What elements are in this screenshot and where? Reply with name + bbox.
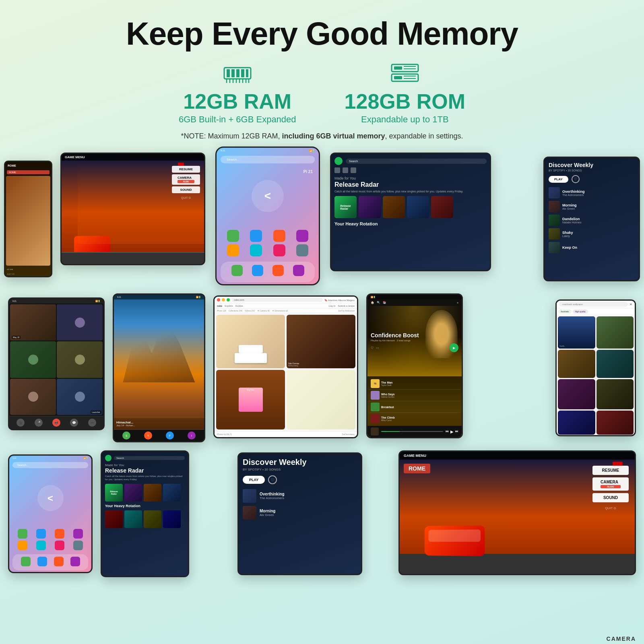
ram-icon (223, 64, 252, 87)
specs-row: 12GB RAM 6GB Built-in + 6GB Expanded 128… (32, 64, 612, 125)
track-1-artist: The Astronomers (562, 194, 585, 196)
track-3-title: Dandelion (562, 217, 581, 221)
rom-value: 128GB ROM (345, 91, 466, 112)
android-tablet: 9:21 📶🔋 Search... < Pi 21 (215, 147, 320, 285)
video-call-screen: 9:21📶🔋 May 18 (9, 299, 103, 429)
svg-rect-2 (231, 69, 235, 77)
game2-screen: GAME MENU ROME (400, 452, 635, 574)
track-4-artist: Lately (562, 235, 573, 237)
rom-icon (391, 64, 419, 87)
heart-button[interactable]: ♡ (572, 175, 580, 183)
svg-rect-3 (236, 69, 239, 77)
spotify-radar-tablet: Search Made for You Release Radar Catch … (330, 153, 491, 271)
rom-spec: 128GB ROM Expandable up to 1TB (345, 64, 466, 125)
track-5-title: Keep On (562, 246, 577, 250)
svg-rect-5 (246, 69, 248, 77)
bottom-tablet-row: 9:21📶🔋 Search... < (8, 450, 636, 579)
middle-tablet-row: 9:21📶🔋 May 18 (8, 293, 636, 442)
page-title: Keep Every Good Memory (32, 16, 612, 52)
video-call-tablet: 9:21📶🔋 May 18 (8, 297, 105, 430)
cb-artist-1: Taylor Swift (381, 384, 458, 386)
game2-sound[interactable]: SOUND (592, 493, 629, 502)
track-2-title: Morning (562, 203, 577, 207)
camera-sublabel: SLIDE (178, 180, 194, 183)
camera-label: CAMERA (607, 636, 636, 642)
android-screen: 9:21 📶🔋 Search... < Pi 21 (217, 148, 319, 284)
cb-artist-4: Miley Cyrus (381, 419, 458, 421)
svg-rect-4 (241, 69, 244, 77)
android2-screen: 9:21📶🔋 Search... < (9, 456, 91, 572)
landscape-tablet: 9:21📶🔋 Himachal... July 14 · Rohan... S … (113, 293, 205, 442)
note-text: *NOTE: Maximum 12GB RAM, including 6GB v… (32, 132, 612, 140)
ecommerce-screen: cake.com 🔖 Attention Albums Magnin cake … (215, 297, 357, 437)
spotify-discover-screen: Discover Weekly BY SPOTIFY • 30 SONGS PL… (545, 158, 639, 280)
cb-track-2: Who Says (381, 393, 458, 396)
game-screen: GAME MENU RESUME CAMERA SLIDE SOUND QUIT… (62, 154, 204, 264)
ram-spec: 12GB RAM 6GB Built-in + 6GB Expanded (179, 64, 296, 125)
movie-tablet: ROME ROME ed one JULY 21 (4, 161, 52, 277)
cb-track-4: The Climb (381, 416, 458, 419)
cb-artist-2: Selena Gomez (381, 396, 458, 398)
game2-resume[interactable]: RESUME (592, 466, 629, 475)
track-1-title: Overthinking (562, 190, 585, 194)
header-section: Keep Every Good Memory (0, 0, 644, 149)
discover2-screen: Discover Weekly BY SPOTIFY • 30 SONGS PL… (239, 454, 361, 574)
track-2-artist: Alx Green (562, 207, 577, 210)
discover2-play-button[interactable]: PLAY (243, 476, 265, 484)
discover2-heart-button[interactable]: ♡ (268, 475, 277, 484)
movie-screen: ROME ROME ed one JULY 21 (5, 162, 51, 276)
ram-sub: 6GB Built-in + 6GB Expanded (179, 114, 296, 125)
discover2-tablet: Discover Weekly BY SPOTIFY • 30 SONGS PL… (237, 452, 362, 575)
spotify2-screen: Search Made for You Release Radar Catch … (102, 452, 188, 576)
game2-tablet: GAME MENU ROME (398, 450, 636, 575)
track-list: Overthinking The Astronomers Morning Alx… (549, 187, 635, 253)
ram-value: 12GB RAM (183, 91, 291, 112)
svg-rect-15 (394, 66, 402, 70)
quit-label: QUIT G (172, 196, 200, 199)
svg-rect-19 (394, 76, 402, 79)
pinterest-tablet: macbook wallpaper ✕ Aesthetic High quali… (555, 299, 636, 436)
android2-tablet: 9:21📶🔋 Search... < (8, 454, 93, 573)
svg-rect-1 (227, 69, 230, 77)
rom-sub: Expandable up to 1TB (361, 114, 449, 125)
track-3-artist: Natalie Holmes (562, 221, 581, 224)
cb-track-1: The Man (381, 381, 458, 384)
camera-menu-item[interactable]: CAMERA SLIDE (172, 174, 200, 185)
game-tablet: GAME MENU RESUME CAMERA SLIDE SOUND QUIT… (60, 153, 205, 265)
pinterest-screen: macbook wallpaper ✕ Aesthetic High quali… (557, 301, 635, 435)
confidence-screen: 📶🔋 🏠 🔍 📚 + Confidence Boost Playlist by … (367, 295, 462, 437)
confidence-title: Confidence Boost (371, 332, 458, 339)
heavy-rotation-label: Your Heavy Rotation (334, 221, 487, 226)
release-radar-title: Release Radar (334, 181, 487, 188)
cb-track-3: Breakfast (381, 406, 458, 409)
resume-button[interactable]: RESUME (172, 166, 200, 173)
discover-by: BY SPOTIFY • 30 SONGS (549, 169, 635, 172)
top-tablet-row: ROME ROME ed one JULY 21 GAME MENU (8, 153, 636, 285)
sound-button[interactable]: SOUND (172, 186, 200, 193)
track-4-title: Shaky (562, 231, 573, 235)
spotify2-tablet: Search Made for You Release Radar Catch … (101, 450, 189, 577)
release-radar-desc: Catch all the latest music from artists … (334, 190, 487, 193)
landscape-screen: 9:21📶🔋 Himachal... July 14 · Rohan... S … (114, 295, 204, 441)
confidence-tablet: 📶🔋 🏠 🔍 📚 + Confidence Boost Playlist by … (366, 293, 463, 438)
play-button[interactable]: PLAY (549, 176, 568, 183)
made-for-you-label: Made for You (334, 176, 487, 180)
spotify-radar-screen: Search Made for You Release Radar Catch … (331, 154, 490, 270)
spotify-discover-tablet: Discover Weekly BY SPOTIFY • 30 SONGS PL… (543, 157, 640, 281)
discover-title: Discover Weekly (549, 162, 635, 168)
ecommerce-tablet: cake.com 🔖 Attention Albums Magnin cake … (213, 295, 358, 438)
game2-camera[interactable]: CAMERA SLIDE (592, 477, 629, 491)
game-title-label: GAME MENU (65, 155, 85, 159)
